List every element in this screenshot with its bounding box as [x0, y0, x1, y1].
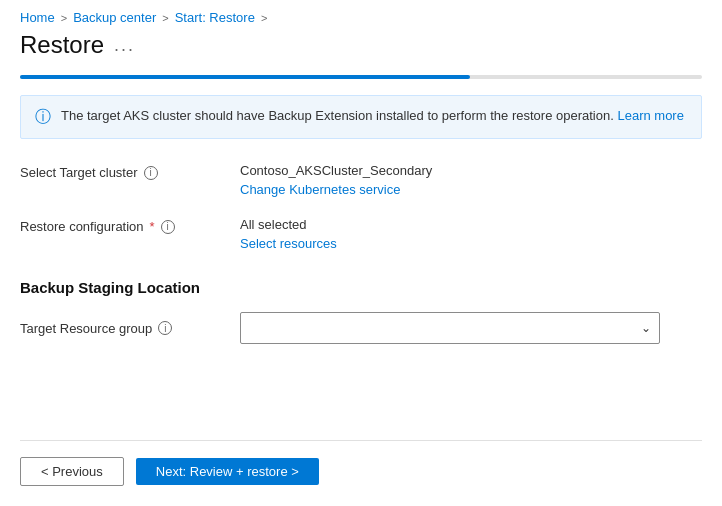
target-cluster-label: Select Target cluster i: [20, 163, 220, 180]
resource-group-info-icon[interactable]: i: [158, 321, 172, 335]
next-button[interactable]: Next: Review + restore >: [136, 458, 319, 485]
page-title-row: Restore ...: [20, 31, 702, 59]
breadcrumb-sep-2: >: [162, 12, 168, 24]
resource-group-row: Target Resource group i ⌄: [20, 312, 702, 344]
form-section: Select Target cluster i Contoso_AKSClust…: [20, 163, 702, 251]
target-cluster-name: Contoso_AKSCluster_Secondary: [240, 163, 432, 178]
info-banner-text: The target AKS cluster should have Backu…: [61, 106, 687, 126]
learn-more-link[interactable]: Learn more: [617, 108, 683, 123]
target-cluster-value: Contoso_AKSCluster_Secondary Change Kube…: [240, 163, 432, 197]
resource-group-dropdown[interactable]: ⌄: [240, 312, 660, 344]
resource-group-label: Target Resource group i: [20, 321, 220, 336]
target-cluster-info-icon[interactable]: i: [144, 166, 158, 180]
restore-config-selected: All selected: [240, 217, 337, 232]
info-banner: ⓘ The target AKS cluster should have Bac…: [20, 95, 702, 139]
restore-config-row: Restore configuration * i All selected S…: [20, 217, 702, 251]
required-indicator: *: [150, 219, 155, 234]
progress-bar-fill: [20, 75, 470, 79]
breadcrumb-current: Start: Restore: [175, 10, 255, 25]
restore-config-info-icon[interactable]: i: [161, 220, 175, 234]
progress-bar: [20, 75, 702, 79]
restore-config-label: Restore configuration * i: [20, 217, 220, 234]
chevron-down-icon: ⌄: [641, 321, 651, 335]
breadcrumb-sep-3: >: [261, 12, 267, 24]
breadcrumb-sep-1: >: [61, 12, 67, 24]
breadcrumb-backup-center[interactable]: Backup center: [73, 10, 156, 25]
select-resources-link[interactable]: Select resources: [240, 236, 337, 251]
footer: < Previous Next: Review + restore >: [20, 440, 702, 486]
breadcrumb: Home > Backup center > Start: Restore >: [20, 0, 702, 31]
change-kubernetes-link[interactable]: Change Kubernetes service: [240, 182, 432, 197]
info-banner-icon: ⓘ: [35, 107, 51, 128]
staging-heading: Backup Staging Location: [20, 279, 702, 296]
staging-section: Backup Staging Location Target Resource …: [20, 279, 702, 344]
target-cluster-row: Select Target cluster i Contoso_AKSClust…: [20, 163, 702, 197]
restore-config-value: All selected Select resources: [240, 217, 337, 251]
page-title: Restore: [20, 31, 104, 59]
more-options-icon[interactable]: ...: [114, 35, 135, 56]
previous-button[interactable]: < Previous: [20, 457, 124, 486]
breadcrumb-home[interactable]: Home: [20, 10, 55, 25]
